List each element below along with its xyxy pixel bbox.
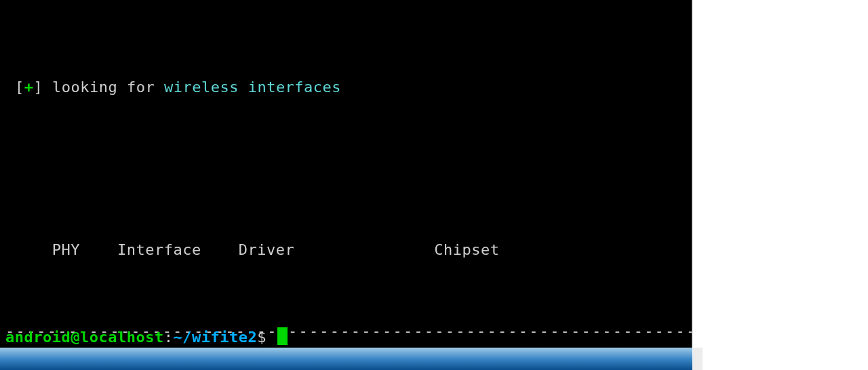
line-looking: [+] looking for wireless interfaces [5, 77, 692, 98]
terminal-window[interactable]: [+] looking for wireless interfaces PHY … [0, 0, 692, 348]
table-header: PHY Interface Driver Chipset [5, 240, 692, 260]
page-background [692, 0, 868, 370]
scrollbar-gutter [693, 348, 703, 370]
shell-prompt[interactable]: android@localhost:~/wifite2$ [0, 327, 691, 348]
prompt-user: android@localhost [5, 329, 164, 346]
prompt-colon: : [164, 329, 174, 346]
cursor-block-icon [277, 327, 288, 345]
prompt-dollar: $ [257, 329, 276, 346]
prompt-path: ~/wifite2 [173, 329, 257, 346]
blank-line [5, 159, 692, 179]
desktop-taskbar [0, 348, 692, 370]
